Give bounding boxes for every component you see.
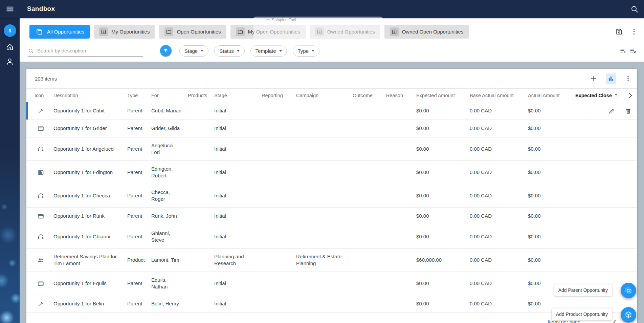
dropdown-label: Status	[219, 48, 234, 54]
column-header-products[interactable]: Products	[188, 93, 214, 98]
table-row[interactable]: Opportunity 1 for RunkParentRunk, JohnIn…	[26, 208, 637, 225]
cell-expected-amount: $0.00	[416, 280, 470, 287]
table-body: Opportunity 1 for CubitParentCubit, Mari…	[26, 102, 637, 313]
cell-icon	[35, 192, 53, 199]
view-tabs: All Opportunities$My OpportunitiesOpen O…	[29, 25, 469, 39]
cell-for: Lamont, Tim	[151, 257, 188, 263]
column-header-type[interactable]: Type	[127, 93, 151, 98]
people-icon	[37, 257, 44, 264]
column-header-label: Outcome	[353, 93, 373, 98]
chart-view-button[interactable]	[606, 73, 616, 84]
delete-row-button[interactable]	[625, 107, 632, 114]
cell-description: Opportunity 1 for Cubit	[53, 107, 127, 114]
add-button[interactable]	[590, 75, 598, 83]
column-header-label: Expected Amount	[416, 93, 455, 98]
filter-dropdown-type[interactable]: Type	[293, 45, 320, 57]
cell-actual-amount: $0.00	[528, 300, 575, 307]
cell-stage: Planning and Research	[214, 253, 262, 267]
folder-icon	[236, 27, 245, 36]
column-header-expected-close[interactable]: Expected Close	[575, 93, 624, 98]
table-row[interactable]: Opportunity 1 for CubitParentCubit, Mari…	[26, 102, 637, 120]
sidebar-opportunities-button[interactable]	[4, 24, 16, 37]
sidebar-home-button[interactable]	[5, 43, 14, 51]
column-header-expected-amount[interactable]: Expected Amount	[416, 93, 470, 98]
view-tab-my-opportunities[interactable]: $My Opportunities	[94, 25, 155, 39]
save-view-button[interactable]	[615, 28, 623, 36]
view-tab-all-opportunities[interactable]: All Opportunities	[29, 25, 90, 39]
view-tab-open-opportunities[interactable]: Open Opportunities	[159, 25, 226, 39]
column-header-reporting[interactable]: Reporting	[262, 93, 296, 98]
cell-description: Opportunity 1 for Runk	[53, 213, 127, 219]
cell-for: Equils, Nathan	[151, 277, 188, 290]
edit-row-button[interactable]	[608, 107, 615, 114]
cell-icon	[35, 107, 53, 114]
cell-stage: Initial	[214, 125, 262, 132]
cell-for: Runk, John	[151, 213, 188, 219]
filter-button[interactable]	[160, 45, 172, 57]
cell-base-actual-amount: 0.00 CAD	[470, 300, 528, 307]
playlist-add-button[interactable]	[620, 47, 627, 54]
cell-campaign: Retirement & Estate Planning	[296, 253, 353, 267]
folder-icon	[164, 27, 173, 36]
column-header-description[interactable]: Description	[53, 93, 127, 98]
search-input[interactable]	[37, 48, 143, 53]
cell-icon	[35, 280, 53, 287]
cell-icon	[35, 125, 53, 132]
column-header-stage[interactable]: Stage	[214, 93, 262, 98]
pagination-previous-button[interactable]	[612, 319, 618, 323]
view-tab-owned-opportunities[interactable]: $Owned Opportunities	[310, 25, 380, 39]
app-root: { "topbar": { "title": "Sandbox" }, "ove…	[0, 0, 644, 323]
table-row[interactable]: Opportunity 1 for BelinParentBelin, Henr…	[26, 295, 637, 313]
cell-expected-amount: $0.00	[416, 192, 470, 199]
table-row[interactable]: Opportunity 1 for AngelucciParentAngeluc…	[26, 137, 637, 161]
global-search-button[interactable]	[630, 5, 639, 13]
table-row[interactable]: Opportunity 1 for EdingtonParentEdington…	[26, 161, 637, 184]
hamburger-menu-button[interactable]	[5, 4, 15, 14]
column-header-base-actual-amount[interactable]: Base Actual Amount	[470, 93, 528, 98]
cell-actual-amount: $0.00	[528, 257, 575, 263]
column-header-for[interactable]: For	[151, 93, 188, 98]
column-header-outcome[interactable]: Outcome	[353, 93, 386, 98]
table-row[interactable]: Opportunity 1 for CheccaParentChecca, Ro…	[26, 184, 637, 208]
playlist-remove-button[interactable]	[629, 47, 637, 54]
cell-stage: Initial	[214, 213, 262, 219]
cell-base-actual-amount: 0.00 CAD	[470, 192, 528, 199]
table-row[interactable]: Opportunity 1 for EquilsParentEquils, Na…	[26, 272, 637, 295]
filter-dropdown-template[interactable]: Template	[250, 45, 287, 57]
cell-type: Product	[127, 257, 151, 263]
column-header-label: Description	[53, 93, 78, 98]
column-header-reason[interactable]: Reason	[386, 93, 416, 98]
view-options-button[interactable]	[630, 28, 638, 36]
column-header-campaign[interactable]: Campaign	[296, 93, 353, 98]
svg-text:$: $	[103, 30, 105, 34]
badge-icon: $	[99, 27, 108, 36]
cell-expected-amount: $0.00	[416, 300, 470, 307]
column-header-icon[interactable]: Icon	[35, 93, 53, 98]
cell-base-actual-amount: 0.00 CAD	[470, 257, 528, 263]
view-tab-my-open-opportunities[interactable]: My Open Opportunities	[230, 25, 306, 39]
list-options-button[interactable]	[624, 75, 632, 82]
filter-dropdown-stage[interactable]: Stage	[179, 45, 208, 57]
table-row[interactable]: Opportunity 1 for GriderParentGrider, Gi…	[26, 120, 637, 137]
table-row[interactable]: Retirement Savings Plan for Tim LamontPr…	[26, 249, 637, 272]
search-field	[28, 45, 143, 57]
wallet-icon	[37, 125, 44, 132]
view-tab-label: My Opportunities	[111, 29, 150, 35]
cell-expected-amount: $0.00	[416, 107, 470, 114]
sidebar-profile-button[interactable]	[5, 57, 14, 66]
cell-for: Grider, Gilda	[151, 125, 188, 132]
column-header-label: Reason	[386, 93, 403, 98]
filter-dropdown-status[interactable]: Status	[214, 45, 245, 57]
add-parent-opportunity-fab[interactable]	[621, 283, 636, 298]
table-row[interactable]: Opportunity 1 for GhianniParentGhianni, …	[26, 225, 637, 249]
cell-expected-amount: $60,000.00	[416, 257, 470, 263]
cell-type: Parent	[127, 146, 151, 152]
cell-base-actual-amount: 0.00 CAD	[470, 146, 528, 152]
scroll-columns-right-button[interactable]	[626, 92, 634, 99]
add-parent-opportunity-tooltip: Add Parent Opportunity	[554, 284, 612, 296]
add-product-opportunity-fab[interactable]	[621, 307, 636, 323]
view-tab-owned-open-opportunities[interactable]: $Owned Open Opportunities	[384, 25, 469, 39]
column-header-actual-amount[interactable]: Actual Amount	[528, 93, 575, 98]
column-header-label: Campaign	[296, 93, 318, 98]
cell-stage: Initial	[214, 146, 262, 152]
